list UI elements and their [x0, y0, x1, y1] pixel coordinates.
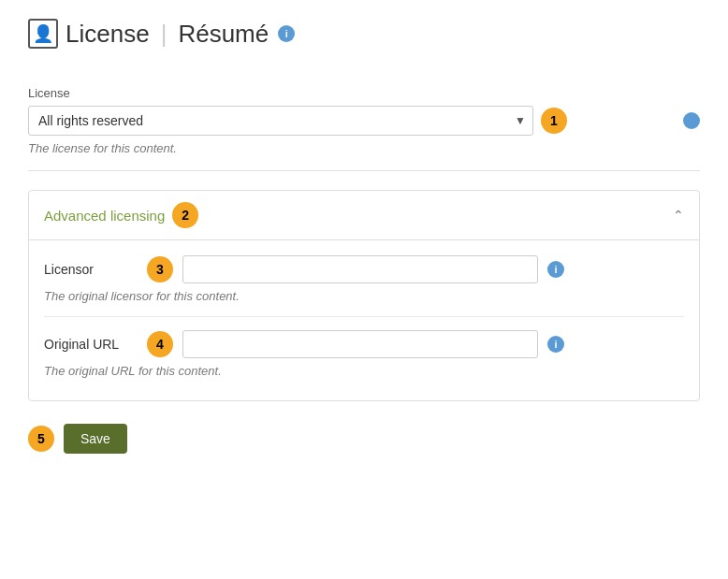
advanced-title: Advanced licensing 2	[44, 202, 198, 228]
advanced-panel: Advanced licensing 2 ⌃ Licensor 3 i The …	[28, 190, 700, 401]
license-select[interactable]: All rights reserved Creative Commons Att…	[28, 106, 533, 136]
step-badge-3: 3	[147, 256, 173, 282]
licensor-info-icon[interactable]: i	[547, 261, 564, 278]
licensor-field: Licensor 3 i The original licensor for t…	[44, 255, 684, 317]
person-icon: 👤	[28, 19, 58, 49]
original-url-label: Original URL	[44, 337, 138, 352]
original-url-field: Original URL 4 i The original URL for th…	[44, 330, 684, 378]
original-url-row: Original URL 4 i	[44, 330, 684, 358]
title-separator: |	[161, 20, 167, 49]
advanced-title-text: Advanced licensing	[44, 208, 165, 224]
step-badge-4: 4	[147, 331, 173, 357]
license-select-wrapper: All rights reserved Creative Commons Att…	[28, 106, 533, 136]
page-title: 👤 License | Résumé	[28, 19, 269, 49]
original-url-info-icon[interactable]: i	[547, 336, 564, 353]
step-badge-1: 1	[541, 108, 567, 134]
licensor-row: Licensor 3 i	[44, 255, 684, 283]
page-header: 👤 License | Résumé i	[28, 19, 700, 58]
chevron-up-icon: ⌃	[673, 208, 684, 223]
step-badge-5: 5	[28, 426, 54, 452]
save-button[interactable]: Save	[64, 424, 127, 454]
title-resume: Résumé	[178, 20, 269, 49]
license-field-hint: The license for this content.	[28, 141, 700, 171]
step-badge-2: 2	[172, 202, 198, 228]
header-info-icon[interactable]: i	[278, 25, 295, 42]
license-field-row: All rights reserved Creative Commons Att…	[28, 106, 700, 136]
licensor-label: Licensor	[44, 262, 138, 277]
original-url-hint: The original URL for this content.	[44, 364, 684, 378]
licensor-input[interactable]	[182, 255, 538, 283]
save-row: 5 Save	[28, 424, 700, 454]
original-url-input[interactable]	[182, 330, 538, 358]
advanced-content: Licensor 3 i The original licensor for t…	[29, 240, 699, 400]
title-license: License	[66, 20, 150, 49]
license-section: License All rights reserved Creative Com…	[28, 86, 700, 171]
license-info-icon[interactable]	[683, 112, 700, 129]
advanced-panel-header[interactable]: Advanced licensing 2 ⌃	[29, 191, 699, 240]
license-field-label: License	[28, 86, 700, 100]
licensor-hint: The original licensor for this content.	[44, 289, 684, 317]
